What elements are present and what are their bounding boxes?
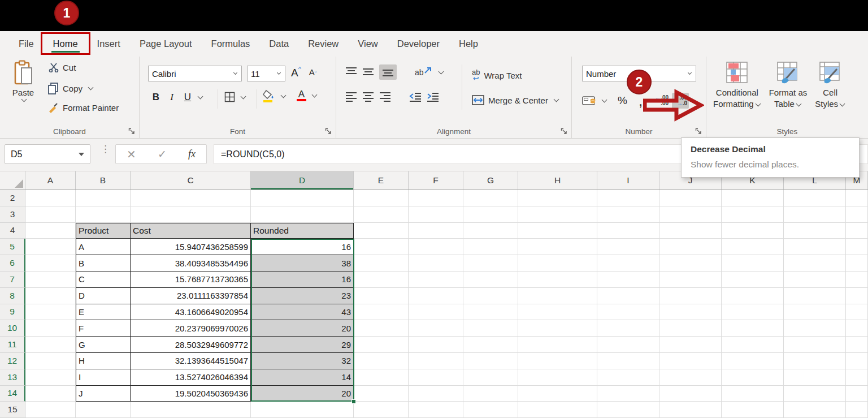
row-header-14[interactable]: 14 <box>0 386 25 402</box>
cell-A3[interactable] <box>25 206 76 223</box>
cell-C5[interactable]: 15.9407436258599 <box>131 239 251 255</box>
cell-F7[interactable] <box>409 272 463 288</box>
increase-font-size-button[interactable]: A^ <box>291 66 301 79</box>
cell-I9[interactable] <box>597 304 659 321</box>
tab-help[interactable]: Help <box>449 31 488 57</box>
cell-I15[interactable] <box>597 402 659 418</box>
font-color-dropdown-chevron[interactable] <box>312 92 318 97</box>
format-as-table-button[interactable]: Format asTable <box>769 61 808 110</box>
cell-J14[interactable] <box>659 386 722 402</box>
cell-B13[interactable]: I <box>76 369 131 386</box>
enter-check-icon[interactable]: ✓ <box>158 148 167 161</box>
cell-C8[interactable]: 23.0111163397854 <box>131 288 251 304</box>
cell-J2[interactable] <box>659 190 722 206</box>
cell-G7[interactable] <box>463 272 518 288</box>
comma-style-button[interactable]: , <box>639 98 643 104</box>
cell-G11[interactable] <box>463 337 518 353</box>
cell-I7[interactable] <box>597 272 659 288</box>
cell-K6[interactable] <box>722 255 784 272</box>
cell-C7[interactable]: 15.7687713730365 <box>131 272 251 288</box>
cell-K10[interactable] <box>722 320 784 337</box>
cell-I12[interactable] <box>597 353 659 369</box>
align-center-button[interactable] <box>362 92 374 102</box>
conditional-formatting-button[interactable]: ConditionalFormatting <box>713 61 761 110</box>
cell-I10[interactable] <box>597 320 659 337</box>
cell-J11[interactable] <box>659 337 722 353</box>
cell-L2[interactable] <box>784 190 846 206</box>
cell-D4[interactable]: Rounded <box>251 223 354 239</box>
cell-G6[interactable] <box>463 255 518 272</box>
cell-C2[interactable] <box>131 190 251 206</box>
cell-K4[interactable] <box>722 223 784 239</box>
formula-bar-grip-dots-icon[interactable]: ⋮ <box>101 146 106 152</box>
cell-A10[interactable] <box>25 320 76 337</box>
align-right-button[interactable] <box>379 92 391 102</box>
cell-D13[interactable]: 14 <box>251 369 354 386</box>
cell-B11[interactable]: G <box>76 337 131 353</box>
cell-F10[interactable] <box>409 320 463 337</box>
cell-I4[interactable] <box>597 223 659 239</box>
cell-F13[interactable] <box>409 369 463 386</box>
cell-G5[interactable] <box>463 239 518 255</box>
decrease-font-size-button[interactable]: Aˇ <box>309 67 317 77</box>
cell-D15[interactable] <box>251 402 354 418</box>
decrease-indent-button[interactable] <box>409 92 422 102</box>
cell-G9[interactable] <box>463 304 518 321</box>
cut-button[interactable]: Cut <box>49 62 76 72</box>
cell-M5[interactable] <box>846 239 868 255</box>
cell-J8[interactable] <box>659 288 722 304</box>
cell-C10[interactable]: 20.2379069970026 <box>131 320 251 337</box>
row-header-13[interactable]: 13 <box>0 369 25 386</box>
cell-E5[interactable] <box>354 239 409 255</box>
cell-H11[interactable] <box>518 337 597 353</box>
cell-L6[interactable] <box>784 255 846 272</box>
cell-G3[interactable] <box>463 206 518 223</box>
cell-B2[interactable] <box>76 190 131 206</box>
accounting-format-button[interactable] <box>582 96 597 106</box>
cell-I6[interactable] <box>597 255 659 272</box>
cell-K7[interactable] <box>722 272 784 288</box>
cell-E11[interactable] <box>354 337 409 353</box>
cell-G2[interactable] <box>463 190 518 206</box>
cell-M11[interactable] <box>846 337 868 353</box>
accounting-dropdown-chevron[interactable] <box>602 97 607 103</box>
cell-styles-button[interactable]: CellStyles <box>815 61 845 110</box>
cell-I5[interactable] <box>597 239 659 255</box>
underline-button[interactable]: U <box>180 92 195 103</box>
middle-align-button[interactable] <box>362 67 374 77</box>
font-size-combo[interactable]: 11 <box>247 66 285 81</box>
cell-B3[interactable] <box>76 206 131 223</box>
cell-D5[interactable]: 16 <box>251 239 354 255</box>
bold-button[interactable]: B <box>149 92 163 103</box>
cell-A2[interactable] <box>25 190 76 206</box>
tab-insert[interactable]: Insert <box>88 31 130 57</box>
cell-H6[interactable] <box>518 255 597 272</box>
underline-dropdown-chevron[interactable] <box>198 94 203 100</box>
cell-H9[interactable] <box>518 304 597 321</box>
cell-A8[interactable] <box>25 288 76 304</box>
cell-J12[interactable] <box>659 353 722 369</box>
cell-L14[interactable] <box>784 386 846 402</box>
cell-M14[interactable] <box>846 386 868 402</box>
cell-C15[interactable] <box>131 402 251 418</box>
cell-G10[interactable] <box>463 320 518 337</box>
font-color-button[interactable]: A <box>297 89 306 101</box>
cell-M7[interactable] <box>846 272 868 288</box>
cell-C11[interactable]: 28.5032949609772 <box>131 337 251 353</box>
select-all-button[interactable] <box>0 171 25 189</box>
row-header-9[interactable]: 9 <box>0 304 25 321</box>
cell-F11[interactable] <box>409 337 463 353</box>
cell-F5[interactable] <box>409 239 463 255</box>
cell-I11[interactable] <box>597 337 659 353</box>
cell-F14[interactable] <box>409 386 463 402</box>
cell-L9[interactable] <box>784 304 846 321</box>
format-painter-button[interactable]: Format Painter <box>47 102 119 113</box>
cell-D12[interactable]: 32 <box>251 353 354 369</box>
number-dialog-launcher[interactable] <box>695 128 702 135</box>
cell-C12[interactable]: 32.1393644515047 <box>131 353 251 369</box>
row-header-4[interactable]: 4 <box>0 223 25 239</box>
col-header-C[interactable]: C <box>131 171 251 189</box>
cell-K2[interactable] <box>722 190 784 206</box>
cell-G8[interactable] <box>463 288 518 304</box>
cell-J13[interactable] <box>659 369 722 386</box>
